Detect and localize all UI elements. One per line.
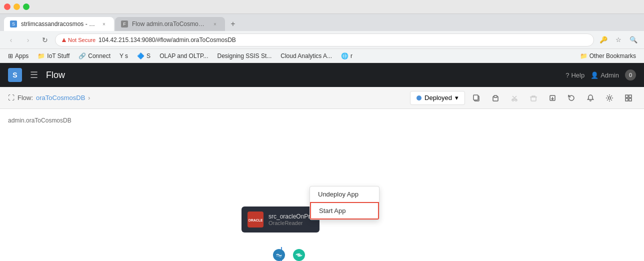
folder-icon: 📁 <box>580 52 588 60</box>
deploy-button[interactable]: Deployed ▾ <box>410 91 465 105</box>
delete-action[interactable] <box>526 90 541 106</box>
app-content: S ☰ Flow ? Help 👤 Admin 0 ⛶ Flow: oraToC… <box>0 63 644 261</box>
svg-point-13 <box>608 96 611 99</box>
new-tab-button[interactable]: + <box>226 17 240 31</box>
breadcrumb-flow-label: Flow: <box>18 94 33 102</box>
undeploy-app-item[interactable]: Undeploy App <box>310 186 379 202</box>
undo-action[interactable] <box>564 90 579 106</box>
close-traffic-light[interactable] <box>4 4 10 10</box>
bookmark-apps-icon: ⊞ <box>8 52 13 60</box>
app-logo: S <box>8 68 22 82</box>
refresh-button[interactable]: ↻ <box>38 33 52 47</box>
oracle-icon: ORACLE <box>248 212 264 228</box>
url-text: 104.42.215.134:9080/#flow/admin.oraToCos… <box>98 36 588 44</box>
bookmarks-bar: ⊞ Apps 📁 IoT Stuff 🔗 Connect Y s 🔷 S OLA… <box>0 49 644 63</box>
svg-rect-6 <box>474 95 478 100</box>
toolbar: ⛶ Flow: oraToCosmosDB › Deployed ▾ <box>0 87 644 109</box>
bookmark-folder-icon: 📁 <box>38 52 45 60</box>
bookmark-y[interactable]: Y s <box>116 52 132 60</box>
hamburger-menu[interactable]: ☰ <box>30 70 38 80</box>
bookmark-cloud[interactable]: Cloud Analytics A... <box>276 52 336 60</box>
bookmark-s-icon: 🔷 <box>137 52 144 60</box>
address-input-wrap[interactable]: ! Not Secure 104.42.215.134:9080/#flow/a… <box>55 34 594 46</box>
source-node-subtitle: OracleReader <box>268 220 318 226</box>
minimize-traffic-light[interactable] <box>14 4 20 10</box>
settings-action[interactable] <box>602 90 617 106</box>
app-title: Flow <box>46 70 65 80</box>
back-button[interactable]: ‹ <box>4 33 18 47</box>
cut-action[interactable] <box>507 90 522 106</box>
tab-close-1[interactable]: × <box>100 20 108 28</box>
security-warning: ! Not Secure <box>62 37 96 43</box>
svg-rect-15 <box>629 95 632 98</box>
breadcrumb-chevron: › <box>88 94 90 102</box>
svg-text:ORACLE: ORACLE <box>248 218 262 222</box>
breadcrumb: ⛶ Flow: oraToCosmosDB › <box>8 94 90 102</box>
user-icon: 👤 <box>590 72 598 79</box>
help-icon: ? <box>566 72 569 79</box>
star-btn[interactable]: ☆ <box>612 34 625 46</box>
search-btn[interactable]: 🔍 <box>627 34 640 46</box>
maximize-traffic-light[interactable] <box>23 4 30 10</box>
copy-action[interactable] <box>469 90 484 106</box>
svg-rect-16 <box>626 98 628 101</box>
connector-icons <box>273 249 305 261</box>
other-bookmarks[interactable]: 📁 Other Bookmarks <box>576 52 640 60</box>
bookmark-apps[interactable]: ⊞ Apps <box>4 52 32 60</box>
forward-button[interactable]: › <box>21 33 35 47</box>
security-label: Not Secure <box>68 37 96 43</box>
bookmark-olap[interactable]: OLAP and OLTP... <box>156 52 212 60</box>
svg-text:S: S <box>12 22 15 26</box>
tab-bar: S strlimcassandracosmos - Data... × F Fl… <box>0 14 644 31</box>
tab-inactive[interactable]: F Flow admin.oraToCosmosDB × <box>115 17 225 31</box>
help-button[interactable]: ? Help <box>566 72 584 79</box>
bookmark-designing[interactable]: Designing SSIS St... <box>214 52 276 60</box>
svg-text:F: F <box>123 22 126 26</box>
stream-icon[interactable] <box>273 249 285 261</box>
svg-rect-8 <box>494 96 497 98</box>
tab-active[interactable]: S strlimcassandracosmos - Data... × <box>4 17 114 31</box>
title-bar <box>0 0 644 14</box>
start-app-item[interactable]: Start App <box>310 202 379 220</box>
flow-diagram-icon: ⛶ <box>8 94 14 102</box>
main-content: admin.oraToCosmosDB ORACLE src_oracleOnP… <box>0 109 644 261</box>
source-node[interactable]: ORACLE src_oracleOnPrem OracleReader <box>242 206 320 232</box>
bookmark-s[interactable]: 🔷 S <box>133 52 154 60</box>
globe-icon: 🌐 <box>341 52 348 60</box>
tab-title-1: strlimcassandracosmos - Data... <box>21 20 96 28</box>
svg-rect-11 <box>531 97 536 101</box>
svg-rect-14 <box>626 95 628 98</box>
header-right: ? Help 👤 Admin 0 <box>566 70 636 80</box>
breadcrumb-name[interactable]: oraToCosmosDB <box>36 94 85 102</box>
bookmark-connect-icon: 🔗 <box>78 52 86 60</box>
deploy-chevron: ▾ <box>455 94 458 102</box>
svg-rect-17 <box>629 98 632 101</box>
tab-favicon-1: S <box>10 20 17 28</box>
deploy-status-dot <box>416 96 422 100</box>
deploy-label: Deployed <box>424 94 452 102</box>
bookmark-r[interactable]: 🌐 r <box>337 52 356 60</box>
view-icon[interactable] <box>293 249 305 261</box>
grid-view-action[interactable] <box>621 90 636 106</box>
import-action[interactable] <box>545 90 560 106</box>
bookmark-iot[interactable]: 📁 IoT Stuff <box>34 52 74 60</box>
app-header: S ☰ Flow ? Help 👤 Admin 0 <box>0 63 644 87</box>
tab-title-2: Flow admin.oraToCosmosDB <box>132 20 207 28</box>
flow-canvas[interactable]: ORACLE src_oracleOnPrem OracleReader <box>0 109 644 261</box>
notification-action[interactable] <box>583 90 598 106</box>
dropdown-menu: Undeploy App Start App <box>310 186 380 220</box>
paste-action[interactable] <box>488 90 503 106</box>
admin-button[interactable]: 👤 Admin <box>590 72 619 79</box>
tab-favicon-2: F <box>121 20 128 28</box>
bookmark-connect[interactable]: 🔗 Connect <box>74 52 114 60</box>
browser-actions: 🔑 ☆ 🔍 <box>597 34 640 46</box>
extensions-btn[interactable]: 🔑 <box>597 34 610 46</box>
tab-close-2[interactable]: × <box>211 20 219 28</box>
address-bar: ‹ › ↻ ! Not Secure 104.42.215.134:9080/#… <box>0 31 644 49</box>
notification-badge[interactable]: 0 <box>625 70 636 80</box>
